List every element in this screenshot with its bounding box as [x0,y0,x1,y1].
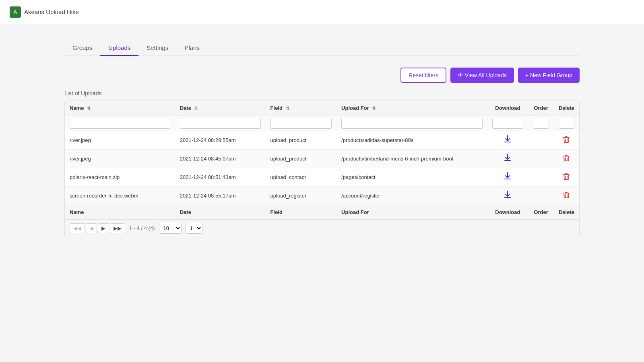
pagination-controls: ◀◀ ◀ ▶ ▶▶ 1 - 4 / 4 (4) 102550100 1 [70,223,574,234]
sort-icon-name: ⇅ [87,106,91,111]
filter-name-input[interactable] [70,118,170,129]
reset-filters-button[interactable]: Reset filters [400,68,446,83]
tab-settings[interactable]: Settings [138,40,176,56]
col-header-order: Order [528,101,554,115]
view-all-uploads-button[interactable]: 👁 View All Uploads [450,68,514,83]
cell-name: polaris-react-main.zip [65,168,175,187]
table-header-row: Name ⇅ Date ⇅ Field ⇅ Upload For ⇅ [65,101,579,115]
cell-name: screen-recorder-fri-dec.webm [65,187,175,205]
cell-field: upload_register [266,187,336,205]
delete-icon[interactable] [563,154,570,163]
cell-upload-for: /account/register [336,187,487,205]
cell-upload-for: /products/adidas-superstar-80s [336,131,487,150]
col-header-field[interactable]: Field ⇅ [266,101,336,115]
cell-field: upload_product [266,150,336,168]
delete-icon[interactable] [563,136,570,145]
table-row: polaris-react-main.zip 2021-12-24 08:51:… [65,168,579,187]
cell-delete [554,150,579,168]
cell-field: upload_contact [266,168,336,187]
cell-download [487,187,528,205]
col-header-delete: Delete [554,101,579,115]
tab-plans[interactable]: Plans [176,40,208,56]
new-field-group-button[interactable]: + New Field Group [518,68,580,83]
per-page-select[interactable]: 102550100 [159,223,182,234]
delete-icon[interactable] [563,173,570,182]
last-page-button[interactable]: ▶▶ [110,223,125,233]
col-header-name[interactable]: Name ⇅ [65,101,175,115]
cell-download [487,131,528,150]
download-icon[interactable] [504,191,511,201]
cell-name: river.jpeg [65,150,175,168]
toolbar: Reset filters 👁 View All Uploads + New F… [64,68,580,83]
cell-field: upload_product [266,131,336,150]
logo-icon: A [10,6,21,18]
app-title: Akeans Upload Hike [24,8,79,15]
col-header-upload-for[interactable]: Upload For ⇅ [336,101,487,115]
tab-uploads[interactable]: Uploads [100,40,138,56]
prev-page-button[interactable]: ◀ [86,223,97,233]
table-row: river.jpeg 2021-12-24 08:45:07am upload_… [65,150,579,168]
cell-delete [554,168,579,187]
uploads-table: Name ⇅ Date ⇅ Field ⇅ Upload For ⇅ [65,101,579,237]
eye-icon: 👁 [458,72,465,78]
cell-date: 2021-12-24 08:55:17am [175,187,266,205]
sort-icon-date: ⇅ [194,106,198,111]
cell-order [528,187,554,205]
top-bar: A Akeans Upload Hike [0,0,644,24]
col-header-date[interactable]: Date ⇅ [175,101,266,115]
table-row: screen-recorder-fri-dec.webm 2021-12-24 … [65,187,579,205]
pagination-info: 1 - 4 / 4 (4) [129,225,155,231]
section-title: List of Uploads [64,90,580,97]
app-logo: A Akeans Upload Hike [10,6,79,18]
download-icon[interactable] [504,172,511,182]
sort-icon-field: ⇅ [286,106,289,111]
filter-delete-input[interactable] [559,118,574,129]
download-icon[interactable] [504,154,511,164]
pagination-buttons: ◀◀ ◀ ▶ ▶▶ [70,223,125,233]
cell-order [528,168,554,187]
filter-download-input[interactable] [492,118,524,129]
next-page-button[interactable]: ▶ [98,223,109,233]
cell-delete [554,187,579,205]
delete-icon[interactable] [563,191,570,200]
col-header-download: Download [487,101,528,115]
filter-upload-for-input[interactable] [341,118,483,129]
cell-date: 2021-12-24 08:28:55am [175,131,266,150]
page-number-select[interactable]: 1 [186,223,202,234]
main-content: Groups Uploads Settings Plans Reset filt… [0,24,644,253]
cell-date: 2021-12-24 08:51:43am [175,168,266,187]
cell-name: river.jpeg [65,131,175,150]
cell-download [487,168,528,187]
download-icon[interactable] [504,135,511,145]
filter-row [65,115,579,132]
cell-upload-for: /pages/contact [336,168,487,187]
cell-upload-for: /products/timberland-mens-6-inch-premium… [336,150,487,168]
table-pagination-row: ◀◀ ◀ ▶ ▶▶ 1 - 4 / 4 (4) 102550100 1 [65,220,579,237]
cell-delete [554,131,579,150]
cell-download [487,150,528,168]
filter-field-input[interactable] [270,118,332,129]
tabs-nav: Groups Uploads Settings Plans [64,40,580,56]
uploads-table-wrapper: Name ⇅ Date ⇅ Field ⇅ Upload For ⇅ [64,101,580,237]
tab-groups[interactable]: Groups [64,40,100,56]
filter-order-input[interactable] [533,118,549,129]
cell-order [528,150,554,168]
sort-icon-upload-for: ⇅ [372,106,376,111]
table-footer-labels: Name Date Field Upload For Download Orde… [65,205,579,220]
cell-date: 2021-12-24 08:45:07am [175,150,266,168]
first-page-button[interactable]: ◀◀ [70,223,85,233]
cell-order [528,131,554,150]
filter-date-input[interactable] [180,118,261,129]
table-row: river.jpeg 2021-12-24 08:28:55am upload_… [65,131,579,150]
